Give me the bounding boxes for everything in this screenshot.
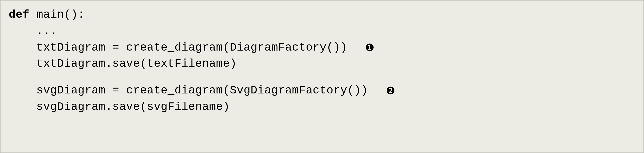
code-line-3-text: txtDiagram = create_diagram(DiagramFacto… — [9, 41, 347, 54]
code-line-1: def main(): — [9, 7, 635, 23]
blank-line — [9, 72, 635, 82]
code-block: def main(): ... txtDiagram = create_diag… — [0, 0, 644, 153]
code-line-3: txtDiagram = create_diagram(DiagramFacto… — [9, 40, 635, 56]
callout-marker-1: ❶ — [365, 42, 375, 53]
code-line-1-rest: main(): — [30, 8, 85, 21]
code-line-5: svgDiagram = create_diagram(SvgDiagramFa… — [9, 82, 635, 99]
code-line-2: ... — [9, 23, 635, 40]
code-line-6: svgDiagram.save(svgFilename) — [9, 99, 635, 115]
code-line-4: txtDiagram.save(textFilename) — [9, 56, 635, 72]
keyword-def: def — [9, 8, 30, 21]
code-line-5-text: svgDiagram = create_diagram(SvgDiagramFa… — [9, 84, 368, 97]
callout-marker-2: ❷ — [386, 85, 395, 96]
